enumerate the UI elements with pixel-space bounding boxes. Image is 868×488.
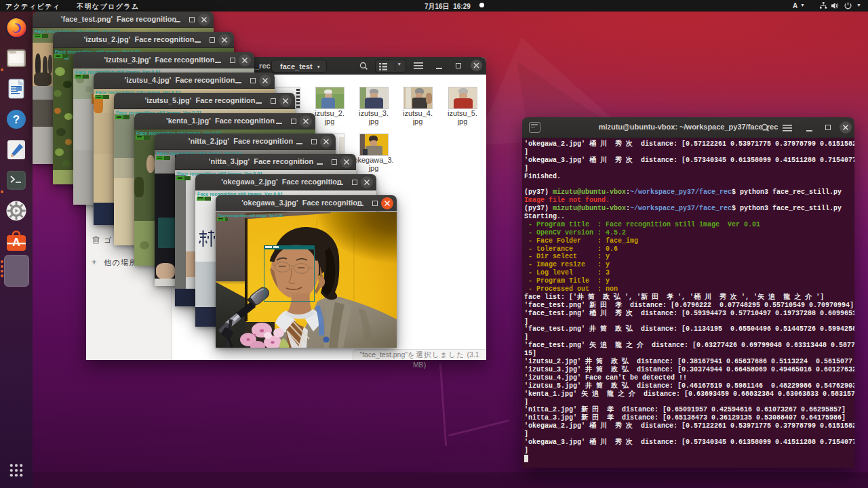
svg-text:A: A	[12, 237, 20, 248]
svg-text:?: ?	[13, 113, 20, 126]
